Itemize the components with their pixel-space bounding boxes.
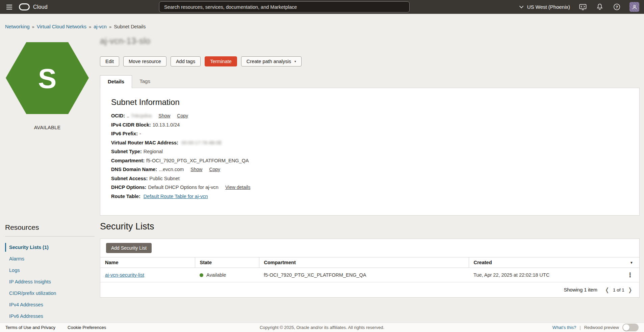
breadcrumb-separator: »	[89, 24, 91, 29]
field-ipv6-prefix: IPv6 Prefix:-	[111, 131, 628, 136]
dhcp-view-details-link[interactable]: View details	[225, 185, 250, 190]
toggle-knob	[623, 324, 629, 331]
subnet-information-heading: Subnet Information	[111, 98, 628, 107]
svg-text:?: ?	[615, 5, 618, 9]
help-icon[interactable]: ?	[613, 3, 621, 11]
column-header-created[interactable]: Created ▼	[469, 257, 639, 268]
edit-button[interactable]: Edit	[100, 56, 119, 66]
redwood-preview-toggle[interactable]	[622, 324, 639, 331]
page-title: aj-vcn-13-slo	[100, 36, 151, 46]
cookie-preferences-link[interactable]: Cookie Preferences	[68, 325, 106, 330]
field-value: ..	[127, 113, 129, 118]
terms-of-use-link[interactable]: Terms of Use and Privacy	[5, 325, 55, 330]
field-label: Virtual Router MAC Address:	[111, 140, 178, 145]
security-lists-toolbar: Add Security List	[100, 239, 639, 257]
breadcrumb-current: Subnet Details	[114, 24, 146, 29]
sidebar-item-ipv6-addresses[interactable]: IPv6 Addresses	[5, 311, 95, 322]
global-search	[159, 1, 410, 12]
resources-sidebar: Resources Security Lists (1) Alarms Logs…	[5, 223, 95, 322]
field-value: Regional	[144, 149, 163, 154]
previous-page-icon[interactable]: ❬	[605, 286, 610, 293]
breadcrumb: Networking»Virtual Cloud Networks»aj-vcn…	[5, 24, 146, 29]
field-value: -	[139, 131, 141, 136]
redwood-preview-label: Redwood preview	[584, 325, 619, 330]
field-compartment: Compartment:f5-OCI_7920_PTG_XC_PLATFORM_…	[111, 158, 628, 163]
state-available-dot	[200, 273, 203, 277]
topbar-right-controls: US West (Phoenix) ?	[519, 2, 639, 12]
cloud-shell-icon[interactable]	[579, 3, 587, 11]
sidebar-item-cidr-prefix-utilization[interactable]: CIDR/prefix utilization	[5, 288, 95, 299]
oracle-logo[interactable]	[19, 3, 30, 10]
dns-copy-link[interactable]: Copy	[209, 167, 220, 172]
hamburger-menu-icon[interactable]	[5, 3, 14, 11]
notifications-bell-icon[interactable]	[596, 3, 604, 11]
field-dhcp-options: DHCP Options:Default DHCP Options for aj…	[111, 185, 628, 190]
table-row: aj-vcn-security-list Available f5-OCI_79…	[100, 268, 639, 282]
field-mac-address: Virtual Router MAC Address: 00:00:17:78:…	[111, 140, 628, 145]
next-page-icon[interactable]: ❭	[628, 286, 633, 293]
pagination-summary: Showing 1 item	[564, 287, 597, 293]
breadcrumb-separator: »	[32, 24, 34, 29]
field-route-table: Route Table: Default Route Table for aj-…	[111, 194, 628, 199]
security-list-link[interactable]: aj-vcn-security-list	[105, 272, 144, 278]
sort-descending-icon[interactable]: ▼	[630, 261, 633, 265]
subnet-hexagon-icon: S	[5, 41, 89, 117]
tab-details[interactable]: Details	[100, 75, 132, 88]
region-label: US West (Phoenix)	[527, 4, 570, 10]
field-subnet-type: Subnet Type:Regional	[111, 149, 628, 154]
dropdown-caret-icon: ▾	[294, 60, 296, 63]
footer-left-links: Terms of Use and Privacy Cookie Preferen…	[5, 325, 106, 330]
subnet-icon-letter: S	[38, 63, 57, 94]
ocid-redacted-value: 7nkcpdva	[131, 113, 152, 118]
add-security-list-button[interactable]: Add Security List	[106, 243, 152, 253]
chevron-down-icon	[519, 5, 524, 9]
user-avatar[interactable]	[629, 2, 639, 12]
cell-state: Available	[195, 268, 259, 282]
security-lists-table: Name State Compartment Created ▼ aj-vcn-…	[100, 257, 639, 282]
resources-divider	[5, 236, 95, 237]
breadcrumb-networking[interactable]: Networking	[5, 24, 30, 29]
cell-name: aj-vcn-security-list	[100, 268, 195, 282]
cell-compartment: f5-OCI_7920_PTG_XC_PLATFORM_ENG_QA	[259, 268, 469, 282]
footer: Terms of Use and Privacy Cookie Preferen…	[0, 323, 644, 332]
search-input[interactable]	[159, 1, 410, 12]
sidebar-item-logs[interactable]: Logs	[5, 265, 95, 276]
field-label: OCID:	[111, 113, 125, 118]
field-value: Default DHCP Options for aj-vcn	[148, 185, 218, 190]
detail-tabs: Details Tags	[100, 75, 158, 88]
field-value: ...evcn.com	[159, 167, 184, 172]
sidebar-item-alarms[interactable]: Alarms	[5, 253, 95, 264]
sidebar-item-ip-address-insights[interactable]: IP Address Insights	[5, 276, 95, 287]
field-label: Route Table:	[111, 194, 140, 199]
terminate-button[interactable]: Terminate	[205, 56, 237, 66]
sidebar-item-security-lists[interactable]: Security Lists (1)	[5, 242, 95, 253]
breadcrumb-aj-vcn[interactable]: aj-vcn	[94, 24, 107, 29]
whats-this-link[interactable]: What's this?	[552, 325, 576, 330]
region-selector[interactable]: US West (Phoenix)	[519, 4, 570, 10]
security-lists-heading: Security Lists	[100, 221, 154, 232]
row-actions-kebab-icon[interactable]: ⋮	[626, 272, 635, 278]
move-resource-button[interactable]: Move resource	[123, 56, 166, 66]
route-table-link[interactable]: Default Route Table for aj-vcn	[144, 194, 208, 199]
ocid-copy-link[interactable]: Copy	[177, 113, 188, 118]
breadcrumb-separator: »	[109, 24, 111, 29]
sidebar-item-ipv4-addresses[interactable]: IPv4 Addresses	[5, 299, 95, 310]
field-ocid: OCID:.. 7nkcpdva Show Copy	[111, 113, 628, 118]
field-value: Public Subnet	[149, 176, 179, 181]
pager-controls: ❬ 1 of 1 ❭	[605, 286, 633, 293]
resources-heading: Resources	[5, 223, 95, 231]
field-label: Compartment:	[111, 158, 145, 163]
status-badge: AVAILABLE	[5, 125, 89, 130]
field-value: f5-OCI_7920_PTG_XC_PLATFORM_ENG_QA	[146, 158, 249, 163]
ocid-show-link[interactable]: Show	[158, 113, 170, 118]
add-tags-button[interactable]: Add tags	[171, 56, 201, 66]
field-label: Subnet Type:	[111, 149, 142, 154]
column-header-compartment[interactable]: Compartment	[259, 257, 469, 268]
column-header-state[interactable]: State	[195, 257, 259, 268]
subnet-information-panel: Subnet Information OCID:.. 7nkcpdva Show…	[100, 88, 640, 216]
create-path-analysis-button[interactable]: Create path analysis ▾	[241, 56, 302, 66]
column-header-name[interactable]: Name	[100, 257, 195, 268]
tab-tags[interactable]: Tags	[132, 75, 158, 88]
dns-show-link[interactable]: Show	[190, 167, 202, 172]
breadcrumb-virtual-cloud-networks[interactable]: Virtual Cloud Networks	[37, 24, 86, 29]
